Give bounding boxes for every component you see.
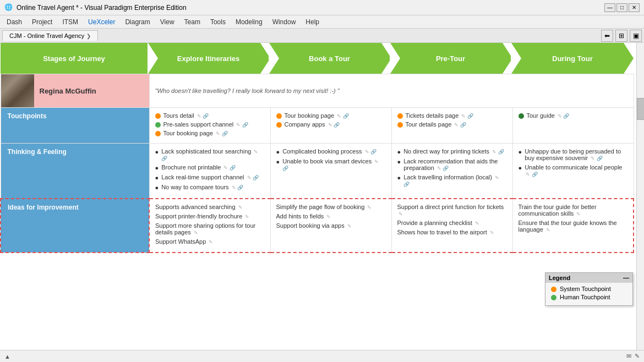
edit-icon[interactable]: ✎ 🔗 (337, 113, 349, 119)
touchpoints-col2: Tour booking page ✎ 🔗 Company apps ✎ 🔗 (270, 108, 391, 144)
idea-item: Support a direct print function for tick… (397, 204, 507, 217)
header-row: Stages of Journey Explore Itineraries Bo… (1, 43, 634, 74)
idea-item: Provide a planning checklist ✎ (397, 220, 507, 226)
maximize-button[interactable]: □ (616, 3, 627, 12)
window-controls: — □ ✕ (604, 3, 640, 12)
tabbar: CJM - Online Travel Agency ❯ ⬅ ⊞ ▣ (0, 29, 644, 43)
edit-icon[interactable]: ✎ (475, 221, 479, 226)
bullet: ● (397, 174, 401, 181)
edit-icon[interactable]: ✎ 🔗 (197, 113, 209, 119)
edit-icon[interactable]: ✎ 🔗 (403, 175, 499, 187)
col4-header: During Tour (552, 54, 592, 63)
edit-icon[interactable]: ✎ 🔗 (247, 175, 259, 180)
persona-row: Regina McGuffin "Who doesn't like travel… (1, 74, 634, 108)
grid-icon[interactable]: ⊞ (615, 30, 627, 42)
legend-orange-dot (551, 287, 556, 292)
main-content: Stages of Journey Explore Itineraries Bo… (0, 43, 644, 350)
edit-icon[interactable]: ✎ (399, 211, 403, 217)
edit-icon[interactable]: ✎ 🔗 (161, 149, 258, 161)
edit-icon[interactable]: ✎ (245, 214, 249, 220)
menu-team[interactable]: Team (180, 17, 205, 27)
edit-icon[interactable]: ✎ 🔗 (216, 131, 228, 136)
statusbar-edit-icon[interactable]: ✎ (635, 353, 640, 360)
edit-icon[interactable]: ✎ 🔗 (282, 159, 379, 171)
edit-icon[interactable]: ✎ 🔗 (526, 172, 538, 177)
edit-icon[interactable]: ✎ 🔗 (232, 185, 244, 190)
edit-icon[interactable]: ✎ (238, 205, 243, 210)
edit-icon[interactable]: ✎ 🔗 (558, 113, 570, 119)
ideas-col1: Supports advanced searching ✎ Support pr… (149, 199, 270, 253)
edit-icon[interactable]: ✎ 🔗 (328, 122, 340, 128)
menu-dash[interactable]: Dash (2, 17, 26, 27)
persona-wrapper: Regina McGuffin (1, 74, 149, 107)
persona-name: Regina McGuffin (34, 87, 102, 95)
orange-dot (397, 113, 403, 119)
titlebar: 🌐 Online Travel Agent * - Visual Paradig… (0, 0, 644, 15)
scroll-thumb[interactable] (637, 98, 644, 120)
statusbar-mail-icon[interactable]: ✉ (626, 353, 631, 360)
thinking-col4: ● Unhappy due to being persuaded to buy … (512, 144, 634, 199)
col1-header: Explore Itineraries (177, 54, 239, 63)
bullet: ● (155, 149, 159, 155)
menu-help[interactable]: Help (301, 17, 324, 27)
touchpoint-item: Tour booking page ✎ 🔗 (276, 112, 386, 119)
touchpoints-col3: Tickets details page ✎ 🔗 Tour details pa… (391, 108, 512, 144)
bullet: ● (397, 158, 401, 165)
edit-icon[interactable]: ✎ (194, 230, 198, 235)
edit-icon[interactable]: ✎ (576, 211, 581, 217)
persona-quote: "Who doesn't like travelling? I really l… (149, 74, 634, 108)
menu-itsm[interactable]: ITSM (58, 17, 83, 27)
bullet: ● (397, 149, 401, 155)
edit-icon[interactable]: ✎ 🔗 (365, 149, 377, 155)
touchpoints-label: Touchpoints (1, 108, 149, 144)
edit-icon[interactable]: ✎ (490, 230, 494, 235)
col3-header: Pre-Tour (436, 54, 465, 63)
edit-icon[interactable]: ✎ 🔗 (223, 165, 236, 171)
touchpoints-row: Touchpoints Tours detail ✎ 🔗 Pre-sales s… (1, 108, 634, 144)
menu-view[interactable]: View (156, 17, 179, 27)
cjm-table: Stages of Journey Explore Itineraries Bo… (0, 43, 634, 253)
menu-diagram[interactable]: Diagram (121, 17, 154, 27)
tab-label: CJM - Online Travel Agency (9, 32, 84, 39)
thinking-item: ● No way to compare tours ✎ 🔗 (155, 184, 265, 191)
bullet: ● (276, 149, 280, 155)
bullet: ● (155, 174, 159, 181)
edit-icon[interactable]: ✎ 🔗 (454, 122, 466, 128)
edit-icon[interactable]: ✎ 🔗 (492, 149, 504, 155)
close-button[interactable]: ✕ (629, 3, 640, 12)
menu-uexceler[interactable]: UeXceler (84, 17, 119, 27)
edit-icon[interactable]: ✎ (209, 239, 213, 245)
tabbar-icons: ⬅ ⊞ ▣ (601, 30, 642, 42)
orange-dot (276, 122, 282, 128)
menu-modeling[interactable]: Modeling (231, 17, 267, 27)
ideas-row: Ideas for Improvement Supports advanced … (1, 199, 634, 253)
minimize-button[interactable]: — (604, 3, 615, 12)
menu-project[interactable]: Project (28, 17, 57, 27)
edit-icon[interactable]: ✎ (347, 223, 352, 229)
thinking-col2: ● Complicated booking process ✎ 🔗 ● Unab… (270, 144, 391, 199)
menu-window[interactable]: Window (268, 17, 301, 27)
panel-icon[interactable]: ▣ (630, 30, 642, 42)
touchpoint-item: Tour details page ✎ 🔗 (397, 121, 507, 128)
edit-icon[interactable]: ✎ (367, 205, 372, 210)
cjm-tab[interactable]: CJM - Online Travel Agency ❯ (2, 30, 98, 41)
edit-icon[interactable]: ✎ 🔗 (461, 113, 473, 119)
thinking-label: Thinking & Feeling (1, 144, 149, 199)
edit-icon[interactable]: ✎ 🔗 (236, 122, 248, 128)
edit-icon[interactable]: ✎ (326, 214, 331, 220)
orange-dot (155, 113, 161, 119)
edit-icon[interactable]: ✎ 🔗 (591, 156, 603, 161)
idea-item: Support printer-friendly brochure ✎ (155, 213, 265, 220)
idea-item: Train the tour guide for better communic… (519, 204, 628, 217)
idea-item: Simplify the page flow of booking ✎ (276, 204, 386, 210)
back-icon[interactable]: ⬅ (601, 30, 613, 42)
scrollbar[interactable] (636, 43, 644, 350)
touchpoints-col4: Tour guide ✎ 🔗 (512, 108, 634, 144)
thinking-col3: ● No direct way for printing tickets ✎ 🔗… (391, 144, 512, 199)
legend-system-label: System Touchpoint (560, 286, 611, 292)
edit-icon[interactable]: ✎ (546, 227, 550, 233)
menu-tools[interactable]: Tools (206, 17, 230, 27)
legend-minimize[interactable]: — (623, 275, 629, 281)
edit-icon[interactable]: ✎ 🔗 (437, 166, 449, 171)
touchpoint-item: Company apps ✎ 🔗 (276, 121, 386, 128)
